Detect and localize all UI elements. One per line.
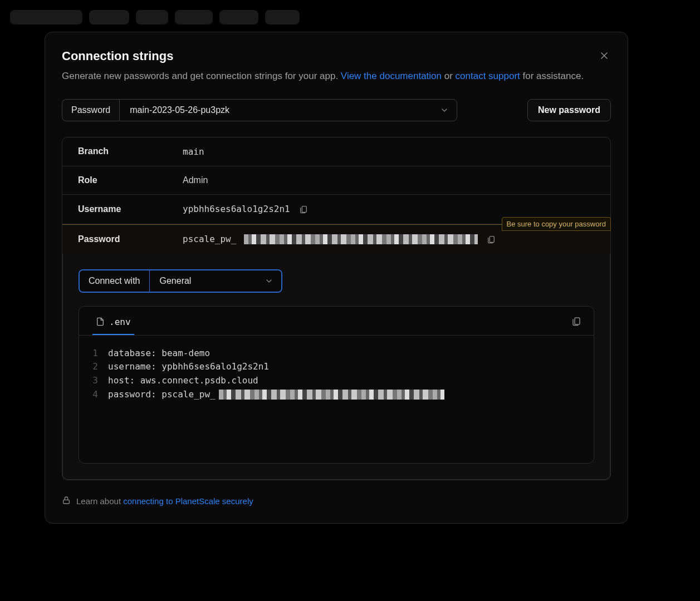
chevron-down-icon (440, 106, 449, 115)
svg-rect-0 (302, 206, 306, 212)
branch-value: main (183, 146, 204, 157)
modal-title: Connection strings (62, 49, 611, 63)
code-line: 1 database: beam-demo (92, 347, 580, 361)
clipboard-icon (571, 316, 581, 326)
footer-text: Learn about connecting to PlanetScale se… (76, 496, 253, 506)
connect-section: Connect with General .env (62, 254, 610, 480)
close-button[interactable] (596, 48, 612, 63)
username-value: ypbhh6ses6alo1g2s2n1 (183, 204, 290, 214)
line-no: 4 (92, 388, 108, 402)
password-value-wrap: pscale_pw_ (183, 234, 497, 245)
copy-username-button[interactable] (298, 204, 309, 215)
clipboard-icon (299, 205, 308, 214)
role-value: Admin (183, 175, 208, 185)
close-icon (599, 50, 610, 61)
line-no: 3 (92, 374, 108, 388)
subtitle-text: Generate new passwords and get connectio… (62, 71, 341, 81)
password-select-value: main-2023-05-26-pu3pzk (130, 105, 229, 115)
new-password-button[interactable]: New password (527, 99, 611, 121)
svg-rect-1 (490, 236, 495, 242)
password-select-label: Password (62, 99, 119, 121)
connect-with-dropdown[interactable]: General (150, 270, 281, 292)
password-label: Password (78, 234, 183, 244)
line-no: 2 (92, 360, 108, 374)
subtitle-mid: or (442, 71, 456, 81)
line-no: 1 (92, 347, 108, 361)
code-card: .env 1 database: beam-demo 2 username: y… (79, 306, 594, 464)
svg-rect-2 (575, 318, 580, 324)
branch-row: Branch main (62, 137, 610, 166)
password-select-dropdown[interactable]: main-2023-05-26-pu3pzk (119, 99, 457, 121)
copy-password-note: Be sure to copy your password (502, 217, 611, 231)
file-icon (96, 317, 105, 326)
connect-with-value: General (160, 276, 192, 286)
line-content: database: beam-demo (108, 347, 210, 361)
code-line: 4 password: pscale_pw_ (92, 388, 580, 402)
role-row: Role Admin (62, 166, 610, 195)
connect-with-label: Connect with (80, 270, 150, 292)
copy-code-button[interactable] (570, 315, 582, 332)
subtitle-post: for assistance. (520, 71, 584, 81)
code-tabs: .env (79, 307, 594, 336)
branch-label: Branch (78, 146, 183, 156)
background-tabs (10, 10, 300, 24)
env-tab-label: .env (109, 317, 131, 327)
connection-strings-modal: Connection strings Generate new password… (45, 32, 628, 524)
password-prefix: pscale_pw_ (183, 234, 236, 244)
role-label: Role (78, 175, 183, 185)
docs-link[interactable]: View the documentation (341, 71, 442, 81)
line-content: username: ypbhh6ses6alo1g2s2n1 (108, 360, 269, 374)
line-content: host: aws.connect.psdb.cloud (108, 374, 258, 388)
modal-footer: Learn about connecting to PlanetScale se… (62, 496, 611, 506)
code-line: 2 username: ypbhh6ses6alo1g2s2n1 (92, 360, 580, 374)
env-tab[interactable]: .env (92, 312, 134, 335)
svg-rect-3 (63, 500, 70, 504)
password-masked (244, 234, 478, 244)
chevron-down-icon (265, 277, 273, 285)
password-select: Password main-2023-05-26-pu3pzk (62, 99, 457, 121)
copy-password-button[interactable] (486, 234, 497, 245)
password-masked (219, 390, 444, 400)
modal-subtitle: Generate new passwords and get connectio… (62, 69, 611, 83)
code-line: 3 host: aws.connect.psdb.cloud (92, 374, 580, 388)
secure-connect-link[interactable]: connecting to PlanetScale securely (123, 496, 253, 506)
line-content: password: pscale_pw_ (108, 388, 444, 402)
lock-icon (62, 496, 71, 506)
code-body: 1 database: beam-demo 2 username: ypbhh6… (79, 336, 594, 407)
clipboard-icon (487, 235, 496, 244)
details-card: Branch main Role Admin Username ypbhh6se… (62, 137, 611, 480)
username-label: Username (78, 204, 183, 214)
username-value-wrap: ypbhh6ses6alo1g2s2n1 (183, 204, 309, 215)
password-row: Be sure to copy your password Password p… (62, 224, 610, 254)
support-link[interactable]: contact support (456, 71, 520, 81)
password-line-prefix: password: pscale_pw_ (108, 388, 216, 402)
connect-with-select: Connect with General (79, 269, 282, 293)
footer-pre: Learn about (76, 496, 123, 506)
